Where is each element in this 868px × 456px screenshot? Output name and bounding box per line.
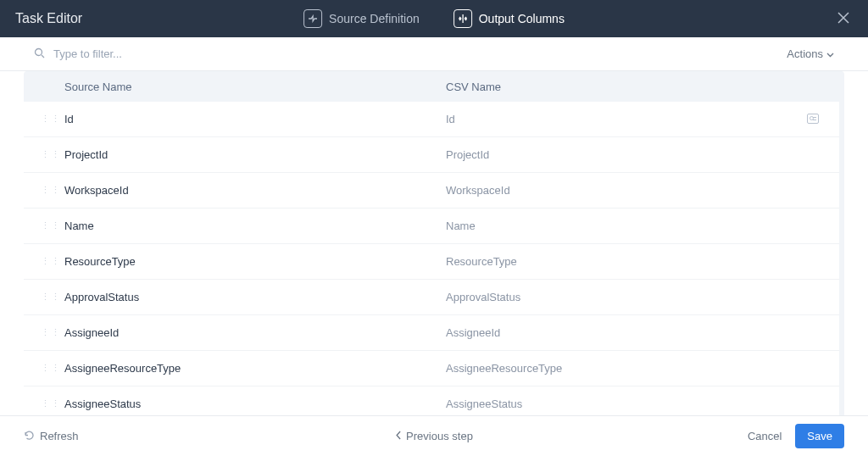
- table-container: Source Name CSV Name ⋮⋮IdId⋮⋮ProjectIdPr…: [0, 71, 868, 415]
- tabs-group: Source Definition Output Columns: [303, 9, 565, 28]
- actions-dropdown[interactable]: Actions: [787, 47, 834, 60]
- search-icon: [34, 47, 45, 61]
- previous-step-button[interactable]: Previous step: [395, 430, 473, 442]
- row-source-name: Name: [64, 220, 446, 232]
- table-row[interactable]: ⋮⋮WorkspaceIdWorkspaceId: [24, 173, 839, 209]
- tab-label: Source Definition: [329, 12, 420, 25]
- filter-bar: Actions: [0, 37, 868, 71]
- filter-input[interactable]: [53, 47, 778, 60]
- tab-source-definition[interactable]: Source Definition: [303, 9, 420, 28]
- row-csv-name: ProjectId: [446, 148, 839, 161]
- drag-handle-icon[interactable]: ⋮⋮: [41, 114, 64, 125]
- drag-handle-icon[interactable]: ⋮⋮: [41, 220, 64, 231]
- table-row[interactable]: ⋮⋮ApprovalStatusApprovalStatus: [24, 280, 839, 315]
- drag-handle-icon[interactable]: ⋮⋮: [41, 185, 64, 196]
- tab-output-columns[interactable]: Output Columns: [453, 9, 565, 28]
- drag-handle-icon[interactable]: ⋮⋮: [41, 256, 64, 267]
- source-definition-icon: [303, 9, 322, 28]
- actions-label: Actions: [787, 47, 823, 60]
- table-header: Source Name CSV Name: [24, 71, 844, 102]
- row-source-name: Id: [64, 113, 446, 125]
- table-row[interactable]: ⋮⋮IdId: [24, 102, 839, 137]
- refresh-icon: [24, 430, 35, 443]
- drag-handle-icon[interactable]: ⋮⋮: [41, 292, 64, 303]
- row-csv-name: Name: [446, 220, 839, 232]
- column-header-csv[interactable]: CSV Name: [446, 81, 844, 93]
- table-body: ⋮⋮IdId⋮⋮ProjectIdProjectId⋮⋮WorkspaceIdW…: [24, 102, 844, 415]
- drag-handle-icon[interactable]: ⋮⋮: [41, 327, 64, 338]
- row-csv-name: AssigneeId: [446, 326, 839, 339]
- header-bar: Task Editor Source Definition Output Col…: [0, 0, 868, 37]
- row-source-name: WorkspaceId: [64, 184, 446, 197]
- output-columns-icon: [453, 9, 472, 28]
- svg-point-0: [36, 48, 42, 55]
- row-csv-name: AssigneeResourceType: [446, 362, 839, 375]
- row-csv-name: ApprovalStatus: [446, 291, 839, 303]
- id-card-icon: [807, 112, 839, 127]
- refresh-label: Refresh: [40, 430, 79, 442]
- table-row[interactable]: ⋮⋮AssigneeResourceTypeAssigneeResourceTy…: [24, 351, 839, 386]
- drag-handle-icon[interactable]: ⋮⋮: [41, 149, 64, 160]
- footer-right: Cancel Save: [748, 424, 844, 448]
- row-source-name: ResourceType: [64, 255, 446, 268]
- row-source-name: AssigneeId: [64, 326, 446, 339]
- table-row[interactable]: ⋮⋮ProjectIdProjectId: [24, 137, 839, 173]
- row-source-name: ApprovalStatus: [64, 291, 446, 303]
- row-csv-name: AssigneeStatus: [446, 398, 839, 410]
- save-button[interactable]: Save: [795, 424, 844, 448]
- row-source-name: AssigneeResourceType: [64, 362, 446, 375]
- column-header-source[interactable]: Source Name: [64, 81, 446, 93]
- table-row[interactable]: ⋮⋮AssigneeIdAssigneeId: [24, 315, 839, 351]
- close-button[interactable]: [834, 7, 853, 31]
- row-csv-name: Id: [446, 113, 807, 125]
- chevron-left-icon: [395, 430, 401, 442]
- tab-label: Output Columns: [479, 12, 565, 25]
- drag-handle-icon[interactable]: ⋮⋮: [41, 398, 64, 409]
- row-source-name: ProjectId: [64, 148, 446, 161]
- table-row[interactable]: ⋮⋮ResourceTypeResourceType: [24, 244, 839, 280]
- refresh-button[interactable]: Refresh: [24, 430, 79, 443]
- table-row[interactable]: ⋮⋮AssigneeStatusAssigneeStatus: [24, 386, 839, 415]
- row-source-name: AssigneeStatus: [64, 398, 446, 410]
- previous-label: Previous step: [406, 430, 473, 442]
- row-csv-name: WorkspaceId: [446, 184, 839, 197]
- table-row[interactable]: ⋮⋮NameName: [24, 209, 839, 244]
- cancel-button[interactable]: Cancel: [748, 430, 782, 442]
- row-csv-name: ResourceType: [446, 255, 839, 268]
- page-title: Task Editor: [15, 11, 82, 26]
- drag-handle-icon[interactable]: ⋮⋮: [41, 363, 64, 374]
- footer-bar: Refresh Previous step Cancel Save: [0, 415, 868, 456]
- chevron-down-icon: [826, 47, 834, 60]
